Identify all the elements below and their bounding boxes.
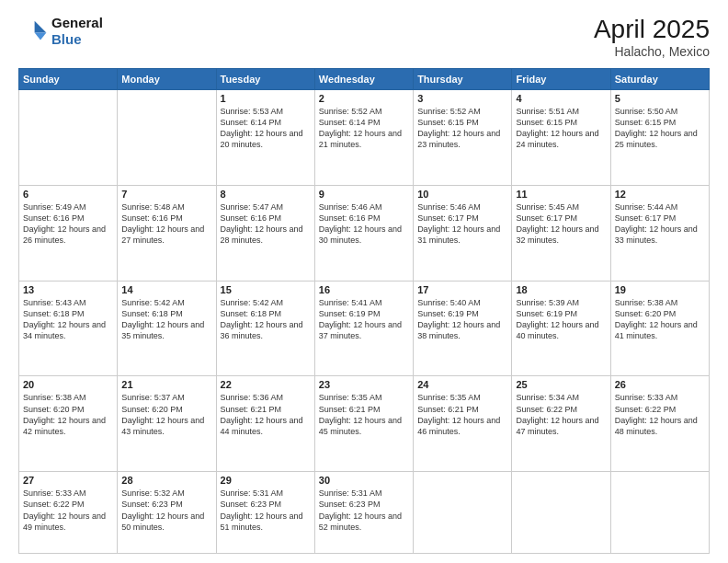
- header-monday: Monday: [118, 69, 216, 90]
- day-number: 13: [23, 284, 113, 295]
- day-number: 27: [23, 475, 113, 486]
- day-info: Sunrise: 5:48 AM Sunset: 6:16 PM Dayligh…: [121, 201, 211, 247]
- calendar-table: Sunday Monday Tuesday Wednesday Thursday…: [18, 68, 710, 554]
- day-number: 12: [615, 189, 705, 200]
- day-number: 6: [23, 189, 113, 200]
- day-info: Sunrise: 5:33 AM Sunset: 6:22 PM Dayligh…: [23, 488, 113, 533]
- day-info: Sunrise: 5:39 AM Sunset: 6:19 PM Dayligh…: [516, 297, 606, 342]
- day-info: Sunrise: 5:33 AM Sunset: 6:22 PM Dayligh…: [615, 392, 705, 437]
- day-number: 15: [221, 284, 311, 295]
- day-info: Sunrise: 5:31 AM Sunset: 6:23 PM Dayligh…: [319, 488, 409, 533]
- table-row: 4Sunrise: 5:51 AM Sunset: 6:15 PM Daylig…: [512, 90, 610, 186]
- calendar-week-row: 6Sunrise: 5:49 AM Sunset: 6:16 PM Daylig…: [19, 185, 710, 281]
- day-info: Sunrise: 5:40 AM Sunset: 6:19 PM Dayligh…: [417, 297, 507, 342]
- day-info: Sunrise: 5:47 AM Sunset: 6:16 PM Dayligh…: [221, 201, 311, 247]
- table-row: 25Sunrise: 5:34 AM Sunset: 6:22 PM Dayli…: [512, 376, 610, 472]
- day-number: 22: [221, 379, 311, 390]
- svg-marker-1: [35, 33, 47, 40]
- day-info: Sunrise: 5:50 AM Sunset: 6:15 PM Dayligh…: [615, 106, 705, 151]
- calendar-week-row: 27Sunrise: 5:33 AM Sunset: 6:22 PM Dayli…: [19, 472, 710, 554]
- table-row: 22Sunrise: 5:36 AM Sunset: 6:21 PM Dayli…: [216, 376, 314, 472]
- month-year: April 2025: [594, 15, 710, 44]
- day-number: 8: [221, 189, 311, 200]
- calendar-week-row: 1Sunrise: 5:53 AM Sunset: 6:14 PM Daylig…: [19, 90, 710, 186]
- table-row: 6Sunrise: 5:49 AM Sunset: 6:16 PM Daylig…: [19, 185, 118, 281]
- day-number: 5: [615, 93, 705, 104]
- table-row: 12Sunrise: 5:44 AM Sunset: 6:17 PM Dayli…: [610, 185, 709, 281]
- table-row: 15Sunrise: 5:42 AM Sunset: 6:18 PM Dayli…: [216, 281, 314, 376]
- day-number: 24: [417, 379, 507, 390]
- day-info: Sunrise: 5:34 AM Sunset: 6:22 PM Dayligh…: [516, 392, 606, 437]
- day-number: 29: [221, 475, 311, 486]
- day-number: 20: [23, 379, 113, 390]
- day-info: Sunrise: 5:38 AM Sunset: 6:20 PM Dayligh…: [615, 297, 705, 342]
- table-row: 9Sunrise: 5:46 AM Sunset: 6:16 PM Daylig…: [314, 185, 413, 281]
- day-number: 4: [516, 93, 606, 104]
- day-info: Sunrise: 5:42 AM Sunset: 6:18 PM Dayligh…: [221, 297, 311, 342]
- table-row: 21Sunrise: 5:37 AM Sunset: 6:20 PM Dayli…: [118, 376, 216, 472]
- table-row: 14Sunrise: 5:42 AM Sunset: 6:18 PM Dayli…: [118, 281, 216, 376]
- calendar-week-row: 13Sunrise: 5:43 AM Sunset: 6:18 PM Dayli…: [19, 281, 710, 376]
- table-row: 2Sunrise: 5:52 AM Sunset: 6:14 PM Daylig…: [314, 90, 413, 186]
- day-info: Sunrise: 5:35 AM Sunset: 6:21 PM Dayligh…: [319, 392, 409, 437]
- day-info: Sunrise: 5:45 AM Sunset: 6:17 PM Dayligh…: [516, 201, 606, 247]
- table-row: 26Sunrise: 5:33 AM Sunset: 6:22 PM Dayli…: [610, 376, 709, 472]
- day-number: 2: [319, 93, 409, 104]
- table-row: [610, 472, 709, 554]
- day-info: Sunrise: 5:52 AM Sunset: 6:15 PM Dayligh…: [417, 106, 507, 151]
- day-info: Sunrise: 5:37 AM Sunset: 6:20 PM Dayligh…: [121, 392, 211, 437]
- table-row: 10Sunrise: 5:46 AM Sunset: 6:17 PM Dayli…: [414, 185, 512, 281]
- day-info: Sunrise: 5:38 AM Sunset: 6:20 PM Dayligh…: [23, 392, 113, 437]
- table-row: 20Sunrise: 5:38 AM Sunset: 6:20 PM Dayli…: [19, 376, 118, 472]
- day-info: Sunrise: 5:46 AM Sunset: 6:16 PM Dayligh…: [319, 201, 409, 247]
- day-info: Sunrise: 5:36 AM Sunset: 6:21 PM Dayligh…: [221, 392, 311, 437]
- table-row: 28Sunrise: 5:32 AM Sunset: 6:23 PM Dayli…: [118, 472, 216, 554]
- table-row: [19, 90, 118, 186]
- header-friday: Friday: [512, 69, 610, 90]
- table-row: 18Sunrise: 5:39 AM Sunset: 6:19 PM Dayli…: [512, 281, 610, 376]
- table-row: 3Sunrise: 5:52 AM Sunset: 6:15 PM Daylig…: [414, 90, 512, 186]
- table-row: 13Sunrise: 5:43 AM Sunset: 6:18 PM Dayli…: [19, 281, 118, 376]
- day-number: 9: [319, 189, 409, 200]
- day-info: Sunrise: 5:35 AM Sunset: 6:21 PM Dayligh…: [417, 392, 507, 437]
- table-row: 27Sunrise: 5:33 AM Sunset: 6:22 PM Dayli…: [19, 472, 118, 554]
- table-row: 7Sunrise: 5:48 AM Sunset: 6:16 PM Daylig…: [118, 185, 216, 281]
- title-block: April 2025 Halacho, Mexico: [594, 15, 710, 59]
- header-tuesday: Tuesday: [216, 69, 314, 90]
- table-row: 1Sunrise: 5:53 AM Sunset: 6:14 PM Daylig…: [216, 90, 314, 186]
- day-number: 16: [319, 284, 409, 295]
- day-info: Sunrise: 5:44 AM Sunset: 6:17 PM Dayligh…: [615, 201, 705, 247]
- table-row: [118, 90, 216, 186]
- svg-marker-0: [35, 21, 47, 33]
- page: General Blue April 2025 Halacho, Mexico …: [0, 0, 728, 563]
- calendar-week-row: 20Sunrise: 5:38 AM Sunset: 6:20 PM Dayli…: [19, 376, 710, 472]
- day-info: Sunrise: 5:46 AM Sunset: 6:17 PM Dayligh…: [417, 201, 507, 247]
- day-info: Sunrise: 5:41 AM Sunset: 6:19 PM Dayligh…: [319, 297, 409, 342]
- day-number: 17: [417, 284, 507, 295]
- day-number: 30: [319, 475, 409, 486]
- day-number: 1: [221, 93, 311, 104]
- day-info: Sunrise: 5:52 AM Sunset: 6:14 PM Dayligh…: [319, 106, 409, 151]
- header-saturday: Saturday: [610, 69, 709, 90]
- table-row: 19Sunrise: 5:38 AM Sunset: 6:20 PM Dayli…: [610, 281, 709, 376]
- day-number: 26: [615, 379, 705, 390]
- day-number: 25: [516, 379, 606, 390]
- day-info: Sunrise: 5:32 AM Sunset: 6:23 PM Dayligh…: [121, 488, 211, 533]
- logo-icon: [18, 17, 48, 46]
- day-number: 19: [615, 284, 705, 295]
- day-number: 10: [417, 189, 507, 200]
- day-info: Sunrise: 5:31 AM Sunset: 6:23 PM Dayligh…: [221, 488, 311, 533]
- table-row: 16Sunrise: 5:41 AM Sunset: 6:19 PM Dayli…: [314, 281, 413, 376]
- day-number: 28: [121, 475, 211, 486]
- day-info: Sunrise: 5:43 AM Sunset: 6:18 PM Dayligh…: [23, 297, 113, 342]
- location: Halacho, Mexico: [594, 44, 710, 59]
- table-row: 24Sunrise: 5:35 AM Sunset: 6:21 PM Dayli…: [414, 376, 512, 472]
- day-number: 21: [121, 379, 211, 390]
- day-info: Sunrise: 5:49 AM Sunset: 6:16 PM Dayligh…: [23, 201, 113, 247]
- table-row: 29Sunrise: 5:31 AM Sunset: 6:23 PM Dayli…: [216, 472, 314, 554]
- logo-text: General Blue: [51, 15, 103, 48]
- day-number: 14: [121, 284, 211, 295]
- day-number: 3: [417, 93, 507, 104]
- day-number: 7: [121, 189, 211, 200]
- table-row: 11Sunrise: 5:45 AM Sunset: 6:17 PM Dayli…: [512, 185, 610, 281]
